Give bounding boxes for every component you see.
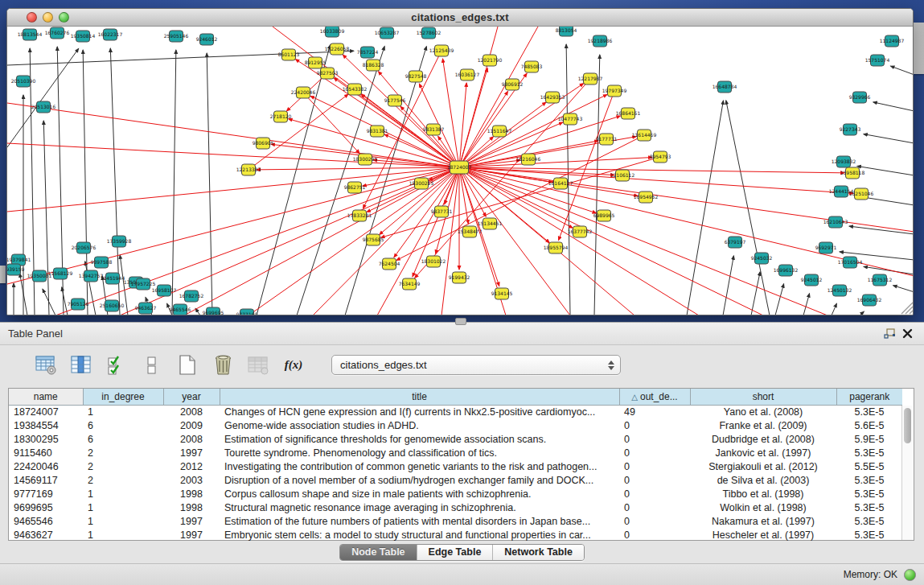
graph-node[interactable]: 12093832 (832, 156, 856, 167)
citation-edge-black[interactable] (832, 303, 836, 315)
graph-node[interactable]: 9199432 (449, 272, 470, 283)
cell-title[interactable]: Tourette syndrome. Phenomenology and cla… (220, 446, 619, 459)
graph-node[interactable]: 7485083 (521, 61, 543, 72)
graph-node[interactable]: 9827548 (405, 71, 427, 82)
citation-edge-red[interactable] (313, 167, 459, 315)
graph-node[interactable]: 9692971 (815, 242, 837, 253)
citation-edge-black[interactable] (723, 256, 733, 315)
table-row[interactable]: 1830029562008Estimation of significance … (9, 432, 902, 446)
resize-grip[interactable] (901, 303, 913, 314)
graph-node[interactable]: 16164127 (548, 178, 573, 189)
graph-node[interactable]: 18955794 (544, 242, 569, 253)
graph-node[interactable]: 11511647 (487, 126, 512, 137)
cell-in_degree[interactable]: 1 (83, 528, 163, 542)
cell-name[interactable]: 9699695 (9, 501, 83, 514)
column-header-out-degree[interactable]: △out_de... (619, 389, 690, 405)
graph-node[interactable]: 16782752 (179, 290, 204, 302)
graph-node[interactable]: 25905146 (164, 31, 189, 42)
cell-in_degree[interactable]: 2 (83, 446, 163, 459)
network-view-window[interactable]: citations_edges.txt 18813544167602761935… (6, 8, 914, 315)
graph-node[interactable]: 9831381 (367, 126, 388, 137)
cell-short[interactable]: Wolkin et al. (1998) (690, 501, 836, 514)
table-row[interactable]: 977716911998Corpus callosum shape and si… (9, 487, 902, 501)
graph-node[interactable]: 9329966 (849, 92, 871, 103)
graph-node[interactable]: 9831387 (423, 124, 445, 135)
citation-edge-black[interactable] (687, 101, 723, 315)
cell-in_degree[interactable]: 1 (83, 405, 163, 418)
cell-year[interactable]: 2009 (163, 418, 220, 432)
cell-title[interactable]: Investigating the contribution of common… (220, 459, 619, 473)
column-header-in-degree[interactable]: in_degree (83, 389, 163, 405)
graph-node[interactable]: 7634149 (399, 278, 421, 290)
citation-edge-black[interactable] (893, 286, 914, 292)
cell-name[interactable]: 14569117 (9, 473, 83, 487)
citation-edge-red[interactable] (459, 167, 853, 193)
graph-node[interactable]: 9463627 (135, 303, 157, 314)
graph-node[interactable]: 16543382 (343, 84, 368, 95)
cell-name[interactable]: 19384554 (9, 418, 83, 432)
graph-node[interactable]: 12450132 (827, 285, 852, 296)
graph-node[interactable]: 16377742 (568, 226, 593, 237)
cell-in_degree[interactable]: 1 (83, 501, 163, 514)
cell-short[interactable]: Yano et al. (2008) (690, 405, 836, 418)
graph-node[interactable]: 8939159 (7, 264, 25, 275)
cell-pagerank[interactable]: 5.3E-5 (836, 405, 902, 418)
table-settings-icon[interactable] (34, 354, 58, 377)
graph-node[interactable]: 18301022 (421, 256, 446, 267)
graph-node[interactable]: 18724007 (447, 161, 472, 174)
table-row[interactable]: 1456911722003Disruption of a novel membe… (9, 473, 902, 487)
graph-node[interactable]: 20513016 (31, 101, 56, 113)
graph-node[interactable]: 7857224 (357, 47, 379, 58)
cell-out_degree[interactable]: 0 (619, 459, 690, 473)
graph-node[interactable]: 11675312 (868, 274, 893, 286)
zoom-window-button[interactable] (59, 12, 69, 23)
cell-out_degree[interactable]: 0 (619, 473, 690, 487)
cell-short[interactable]: Jankovic et al. (1997) (690, 446, 836, 459)
cell-title[interactable]: Disruption of a novel member of a sodium… (220, 473, 619, 487)
cell-year[interactable]: 2003 (163, 473, 220, 487)
graph-node[interactable]: 7624504 (379, 258, 400, 270)
graph-node[interactable]: 16022317 (98, 29, 123, 40)
citation-edge-black[interactable] (257, 45, 331, 315)
graph-node[interactable]: 8954793 (650, 151, 671, 163)
cell-title[interactable]: Embryonic stem cells: a model to study s… (220, 528, 619, 542)
citation-edge-black[interactable] (860, 311, 864, 315)
clear-row-selection-icon[interactable] (140, 354, 164, 377)
panel-splitter-handle[interactable] (455, 318, 466, 325)
cell-pagerank[interactable]: 5.5E-5 (836, 459, 902, 473)
cell-title[interactable]: Genome-wide association studies in ADHD. (220, 418, 619, 432)
graph-node[interactable]: 9875685 (363, 234, 384, 245)
graph-node[interactable]: 9134145 (491, 288, 513, 299)
cell-pagerank[interactable]: 5.3E-5 (836, 501, 902, 514)
cell-pagerank[interactable]: 5.6E-5 (836, 418, 902, 432)
cell-year[interactable]: 2008 (163, 405, 220, 418)
graph-node[interactable]: 16033809 (320, 27, 345, 37)
graph-node[interactable]: 16036127 (455, 69, 480, 80)
cell-short[interactable]: Tibbo et al. (1998) (690, 487, 836, 501)
citation-edge-black[interactable] (751, 272, 760, 315)
graph-node[interactable]: 9837731 (431, 206, 453, 217)
graph-node[interactable]: 11451944 (101, 273, 125, 284)
graph-node[interactable]: 9699695 (203, 307, 224, 315)
citation-edge-black[interactable] (85, 262, 96, 315)
table-select-dropdown[interactable]: citations_edges.txt (331, 355, 621, 375)
cell-title[interactable]: Estimation of the future numbers of pati… (220, 514, 619, 528)
citation-edge-red[interactable] (7, 167, 459, 212)
cell-year[interactable]: 1998 (163, 487, 220, 501)
citation-edge-black[interactable] (873, 102, 914, 111)
citation-edge-red[interactable] (459, 167, 597, 213)
cell-name[interactable]: 9115460 (9, 446, 83, 459)
graph-node[interactable]: 12125439 (429, 45, 454, 56)
graph-node[interactable]: 9806905 (253, 138, 274, 149)
citation-edge-red[interactable] (396, 135, 644, 260)
citation-edge-black[interactable] (43, 121, 49, 315)
cell-year[interactable]: 1998 (163, 501, 220, 514)
cell-name[interactable]: 9465546 (9, 514, 83, 528)
graph-node[interactable]: 17016504 (838, 257, 863, 268)
graph-node[interactable]: 10653287 (375, 27, 400, 39)
memory-status-icon[interactable] (904, 569, 916, 581)
cell-short[interactable]: Franke et al. (2009) (690, 418, 836, 432)
graph-node[interactable]: 9245032 (751, 253, 773, 264)
graph-node[interactable]: 12106112 (610, 170, 635, 181)
cell-name[interactable]: 22420046 (9, 459, 83, 473)
